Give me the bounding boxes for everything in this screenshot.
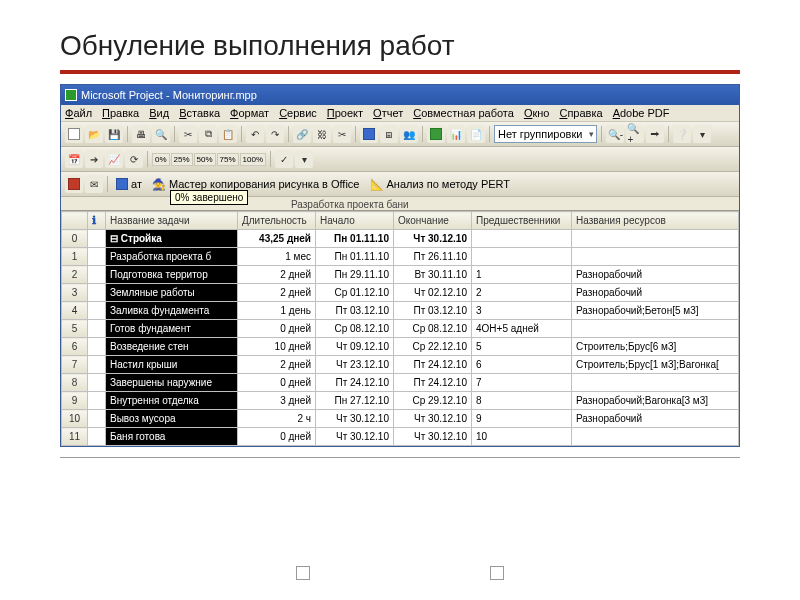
predecessors-cell[interactable]: 9 [472,410,572,428]
predecessors-cell[interactable]: 8 [472,392,572,410]
row-number[interactable]: 1 [62,248,88,266]
menu-справка[interactable]: Справка [559,107,602,119]
task-name-cell[interactable]: Заливка фундамента [106,302,238,320]
chart-icon[interactable]: 📊 [447,125,465,143]
predecessors-cell[interactable]: 3 [472,302,572,320]
duration-cell[interactable]: 0 дней [238,374,316,392]
row-number[interactable]: 7 [62,356,88,374]
link-icon[interactable]: 🔗 [293,125,311,143]
row-info[interactable] [88,338,106,356]
row-number[interactable]: 3 [62,284,88,302]
table-row[interactable]: 4Заливка фундамента1 деньПт 03.12.10Пт 0… [62,302,739,320]
pert-button[interactable]: 📐 Анализ по методу PERT [366,177,515,192]
duration-cell[interactable]: 2 дней [238,284,316,302]
row-info[interactable] [88,428,106,446]
start-cell[interactable]: Пн 27.12.10 [316,392,394,410]
table-row[interactable]: 5Готов фундамент0 днейСр 08.12.10Ср 08.1… [62,320,739,338]
row-number[interactable]: 5 [62,320,88,338]
row-info[interactable] [88,302,106,320]
cut-icon[interactable]: ✂ [179,125,197,143]
pct-75[interactable]: 75% [217,153,239,166]
help-icon[interactable]: ❔ [673,125,691,143]
col-header-3[interactable]: Длительность [238,212,316,230]
end-cell[interactable]: Пт 24.12.10 [394,356,472,374]
start-cell[interactable]: Пн 01.11.10 [316,248,394,266]
end-cell[interactable]: Пт 26.11.10 [394,248,472,266]
menu-отчет[interactable]: Отчет [373,107,403,119]
start-cell[interactable]: Пт 03.12.10 [316,302,394,320]
row-number[interactable]: 8 [62,374,88,392]
pct-100[interactable]: 100% [240,153,266,166]
end-cell[interactable]: Чт 30.12.10 [394,410,472,428]
row-info[interactable] [88,320,106,338]
start-cell[interactable]: Чт 30.12.10 [316,410,394,428]
task-name-cell[interactable]: Разработка проекта б [106,248,238,266]
predecessors-cell[interactable]: 10 [472,428,572,446]
predecessors-cell[interactable] [472,230,572,248]
redo-icon[interactable]: ↷ [266,125,284,143]
copy-icon[interactable]: ⧉ [199,125,217,143]
predecessors-cell[interactable] [472,248,572,266]
resources-cell[interactable] [572,320,739,338]
pdf-icon[interactable] [65,175,83,193]
table-row[interactable]: 10Вывоз мусора2 чЧт 30.12.10Чт 30.12.109… [62,410,739,428]
split-icon[interactable]: ✂ [333,125,351,143]
more2-icon[interactable]: ▾ [295,150,313,168]
table-row[interactable]: 11Баня готова0 днейЧт 30.12.10Чт 30.12.1… [62,428,739,446]
col-header-2[interactable]: Название задачи [106,212,238,230]
menu-вид[interactable]: Вид [149,107,169,119]
undo-icon[interactable]: ↶ [246,125,264,143]
table-row[interactable]: 8Завершены наружние0 днейПт 24.12.10Пт 2… [62,374,739,392]
menu-файл[interactable]: Файл [65,107,92,119]
more-icon[interactable]: ▾ [693,125,711,143]
duration-cell[interactable]: 3 дней [238,392,316,410]
row-info[interactable] [88,248,106,266]
tracking-icon[interactable]: 📈 [105,150,123,168]
row-number[interactable]: 0 [62,230,88,248]
publish-icon[interactable] [427,125,445,143]
resources-cell[interactable]: Разнорабочий;Бетон[5 м3] [572,302,739,320]
menu-совместная работа[interactable]: Совместная работа [413,107,514,119]
assign-icon[interactable]: 👥 [400,125,418,143]
table-row[interactable]: 1Разработка проекта б1 месПн 01.11.10Пт … [62,248,739,266]
paste-icon[interactable]: 📋 [219,125,237,143]
calendar-icon[interactable]: 📅 [65,150,83,168]
zoom-in-icon[interactable]: 🔍+ [626,125,644,143]
predecessors-cell[interactable]: 7 [472,374,572,392]
menu-сервис[interactable]: Сервис [279,107,317,119]
task-name-cell[interactable]: ⊟ Стройка [106,230,238,248]
end-cell[interactable]: Ср 22.12.10 [394,338,472,356]
task-grid[interactable]: ℹНазвание задачиДлительностьНачалоОконча… [61,210,739,446]
save-icon[interactable]: 💾 [105,125,123,143]
goto-icon[interactable]: ⮕ [646,125,664,143]
start-cell[interactable]: Пн 01.11.10 [316,230,394,248]
duration-cell[interactable]: 2 дней [238,356,316,374]
resources-cell[interactable]: Строитель;Брус[1 м3];Вагонка[ [572,356,739,374]
pct-25[interactable]: 25% [171,153,193,166]
col-header-7[interactable]: Названия ресурсов [572,212,739,230]
new-icon[interactable] [65,125,83,143]
end-cell[interactable]: Чт 30.12.10 [394,428,472,446]
task-name-cell[interactable]: Настил крыши [106,356,238,374]
row-number[interactable]: 10 [62,410,88,428]
duration-cell[interactable]: 0 дней [238,320,316,338]
row-info[interactable] [88,410,106,428]
col-header-0[interactable] [62,212,88,230]
duration-cell[interactable]: 2 дней [238,266,316,284]
table-row[interactable]: 6Возведение стен10 днейЧт 09.12.10Ср 22.… [62,338,739,356]
menu-вставка[interactable]: Вставка [179,107,220,119]
row-info[interactable] [88,356,106,374]
task-name-cell[interactable]: Баня готова [106,428,238,446]
table-row[interactable]: 2Подготовка территор2 днейПн 29.11.10Вт … [62,266,739,284]
pct-0[interactable]: 0% [152,153,170,166]
grouping-combo[interactable]: Нет группировки [494,125,597,143]
duration-cell[interactable]: 1 день [238,302,316,320]
reschedule-icon[interactable]: ⟳ [125,150,143,168]
end-cell[interactable]: Ср 08.12.10 [394,320,472,338]
duration-cell[interactable]: 0 дней [238,428,316,446]
start-cell[interactable]: Пт 24.12.10 [316,374,394,392]
end-cell[interactable]: Вт 30.11.10 [394,266,472,284]
col-header-4[interactable]: Начало [316,212,394,230]
task-name-cell[interactable]: Вывоз мусора [106,410,238,428]
mail-icon[interactable]: ✉ [85,175,103,193]
